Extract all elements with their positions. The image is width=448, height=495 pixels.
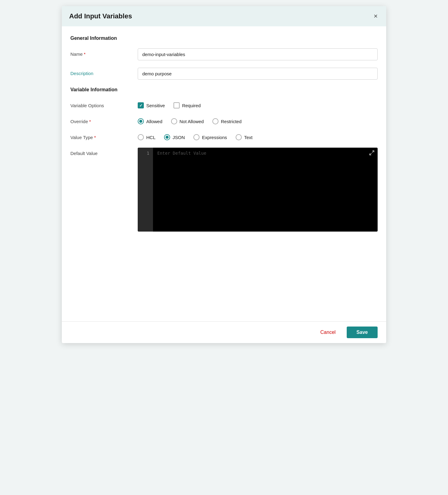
text-radio-circle xyxy=(236,134,242,140)
line-number-1: 1 xyxy=(141,151,149,156)
not-allowed-radio-circle xyxy=(171,118,177,124)
allowed-label: Allowed xyxy=(146,119,162,124)
override-required-star: * xyxy=(89,119,91,124)
restricted-radio-circle xyxy=(212,118,218,124)
allowed-radio-circle xyxy=(138,118,144,124)
json-radio-circle xyxy=(164,134,170,140)
text-label: Text xyxy=(244,135,253,140)
name-control xyxy=(138,48,378,60)
description-input[interactable] xyxy=(138,68,378,80)
value-type-radio-group: HCL JSON Expressions Text xyxy=(138,132,378,140)
variable-options-row: Variable Options Sensitive Required xyxy=(70,100,378,108)
override-label: Override * xyxy=(70,116,138,124)
value-type-label: Value Type * xyxy=(70,132,138,140)
variable-options-label: Variable Options xyxy=(70,100,138,108)
expressions-radio-circle xyxy=(193,134,200,140)
name-label: Name * xyxy=(70,48,138,57)
expressions-radio-item[interactable]: Expressions xyxy=(193,134,227,140)
cancel-button[interactable]: Cancel xyxy=(314,327,342,338)
add-input-variables-dialog: Add Input Variables × General Informatio… xyxy=(62,6,386,343)
text-radio-item[interactable]: Text xyxy=(236,134,253,140)
dialog-body: General Information Name * Description V… xyxy=(62,26,386,321)
name-row: Name * xyxy=(70,48,378,60)
override-control: Allowed Not Allowed Restricted xyxy=(138,116,378,124)
default-value-label: Default Value xyxy=(70,148,138,156)
value-type-control: HCL JSON Expressions Text xyxy=(138,132,378,140)
default-value-row: Default Value 1 Enter Default Value xyxy=(70,148,378,232)
hcl-radio-item[interactable]: HCL xyxy=(138,134,155,140)
hcl-radio-circle xyxy=(138,134,144,140)
default-value-control: 1 Enter Default Value xyxy=(138,148,378,232)
sensitive-checkbox-box xyxy=(138,102,144,108)
hcl-label: HCL xyxy=(146,135,155,140)
not-allowed-radio-item[interactable]: Not Allowed xyxy=(171,118,204,124)
general-information-heading: General Information xyxy=(70,36,378,41)
json-label: JSON xyxy=(173,135,185,140)
required-label: Required xyxy=(182,103,201,108)
variable-options-group: Sensitive Required xyxy=(138,100,378,108)
expand-editor-button[interactable] xyxy=(369,150,375,157)
value-type-row: Value Type * HCL JSON Expressions xyxy=(70,132,378,140)
editor-area: Enter Default Value xyxy=(153,148,378,232)
name-input[interactable] xyxy=(138,48,378,60)
line-numbers: 1 xyxy=(138,148,153,232)
code-editor: 1 Enter Default Value xyxy=(138,148,378,232)
description-row: Description xyxy=(70,68,378,80)
required-checkbox-box xyxy=(174,102,180,108)
not-allowed-label: Not Allowed xyxy=(180,119,204,124)
name-required-star: * xyxy=(84,52,85,57)
expand-icon xyxy=(369,150,375,156)
variable-options-control: Sensitive Required xyxy=(138,100,378,108)
expressions-label: Expressions xyxy=(202,135,227,140)
dialog-header: Add Input Variables × xyxy=(62,6,386,26)
override-radio-group: Allowed Not Allowed Restricted xyxy=(138,116,378,124)
sensitive-checkbox-item[interactable]: Sensitive xyxy=(138,102,165,108)
required-checkbox-item[interactable]: Required xyxy=(174,102,201,108)
override-row: Override * Allowed Not Allowed Restrict xyxy=(70,116,378,124)
json-radio-item[interactable]: JSON xyxy=(164,134,185,140)
dialog-footer: Cancel Save xyxy=(62,321,386,343)
save-button[interactable]: Save xyxy=(347,327,378,338)
description-control xyxy=(138,68,378,80)
allowed-radio-item[interactable]: Allowed xyxy=(138,118,162,124)
variable-information-heading: Variable Information xyxy=(70,87,378,93)
dialog-title: Add Input Variables xyxy=(69,12,132,20)
value-type-required-star: * xyxy=(94,135,96,140)
restricted-label: Restricted xyxy=(221,119,242,124)
default-value-textarea[interactable] xyxy=(153,148,378,232)
restricted-radio-item[interactable]: Restricted xyxy=(212,118,242,124)
sensitive-label: Sensitive xyxy=(146,103,165,108)
close-button[interactable]: × xyxy=(372,12,379,21)
description-label: Description xyxy=(70,68,138,76)
